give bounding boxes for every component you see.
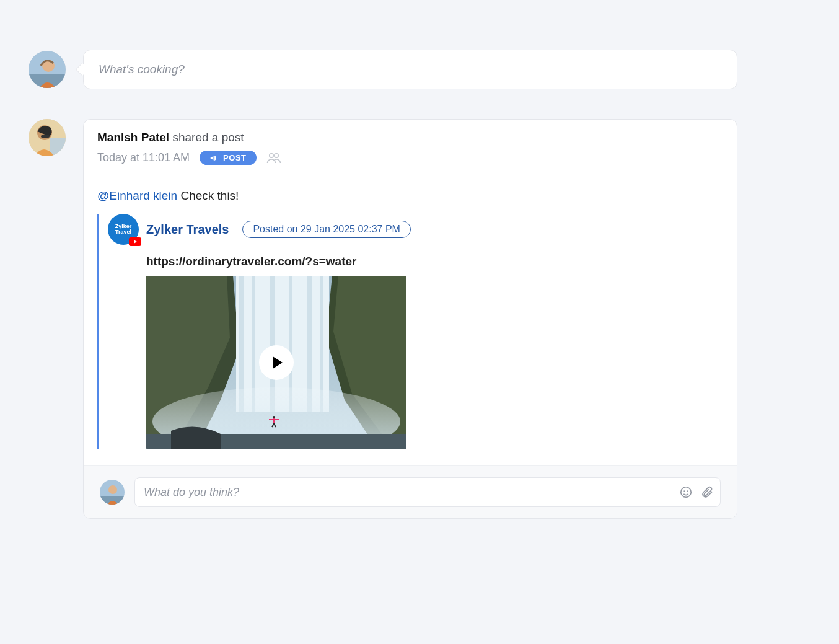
svg-point-29 [687, 490, 688, 492]
post-meta: Today at 11:01 AM POST [97, 151, 723, 165]
post-title: Manish Patel shared a post [97, 131, 723, 144]
emoji-icon[interactable] [679, 485, 693, 499]
mention-link[interactable]: @Einhard klein [97, 189, 177, 202]
post-text-after: Check this! [180, 189, 239, 202]
brand-avatar-text: Zylker Travel [108, 224, 139, 236]
post-author-avatar[interactable] [29, 119, 66, 156]
composer-row [29, 50, 737, 89]
comment-footer [84, 465, 737, 518]
current-user-avatar[interactable] [29, 51, 66, 88]
shared-link[interactable]: https://ordinarytraveler.com/?s=water [146, 255, 723, 268]
brand-avatar[interactable]: Zylker Travel [108, 214, 139, 245]
post-author-name[interactable]: Manish Patel [97, 131, 169, 144]
svg-point-8 [274, 153, 278, 157]
posted-on-pill: Posted on 29 Jan 2025 02:37 PM [242, 221, 411, 238]
composer-box[interactable] [83, 50, 737, 89]
feed-canvas: Manish Patel shared a post Today at 11:0… [0, 0, 766, 581]
brand-name[interactable]: Zylker Travels [146, 223, 229, 237]
svg-rect-6 [41, 135, 50, 138]
comment-input[interactable] [144, 486, 679, 499]
svg-rect-4 [50, 138, 66, 156]
video-thumbnail[interactable] [146, 276, 406, 449]
post-action-text: shared a post [172, 131, 244, 144]
svg-point-26 [108, 485, 117, 494]
post-text: @Einhard klein Check this! [97, 189, 723, 203]
post-type-label: POST [223, 153, 246, 162]
shared-head: Zylker Travel Zylker Travels Posted on 2… [108, 214, 723, 245]
megaphone-icon [209, 154, 218, 162]
audience-icon[interactable] [266, 152, 281, 164]
composer-input[interactable] [84, 63, 737, 76]
youtube-badge-icon [129, 237, 141, 246]
play-icon [259, 345, 294, 380]
post-body: @Einhard klein Check this! Zylker Travel… [84, 175, 737, 465]
post-row: Manish Patel shared a post Today at 11:0… [29, 119, 737, 519]
shared-body: https://ordinarytraveler.com/?s=water [108, 255, 723, 449]
attachment-icon[interactable] [700, 485, 714, 499]
shared-card: Zylker Travel Zylker Travels Posted on 2… [97, 214, 723, 449]
svg-point-7 [269, 153, 273, 157]
comment-input-wrap[interactable] [134, 477, 721, 507]
svg-point-27 [681, 487, 692, 498]
post-type-badge[interactable]: POST [200, 151, 256, 165]
post-timestamp: Today at 11:01 AM [97, 151, 190, 164]
comment-actions [679, 485, 714, 499]
svg-point-19 [273, 416, 275, 418]
comment-user-avatar[interactable] [100, 480, 125, 505]
post-header: Manish Patel shared a post Today at 11:0… [84, 120, 737, 175]
svg-point-28 [683, 490, 685, 492]
post-card: Manish Patel shared a post Today at 11:0… [83, 119, 737, 519]
